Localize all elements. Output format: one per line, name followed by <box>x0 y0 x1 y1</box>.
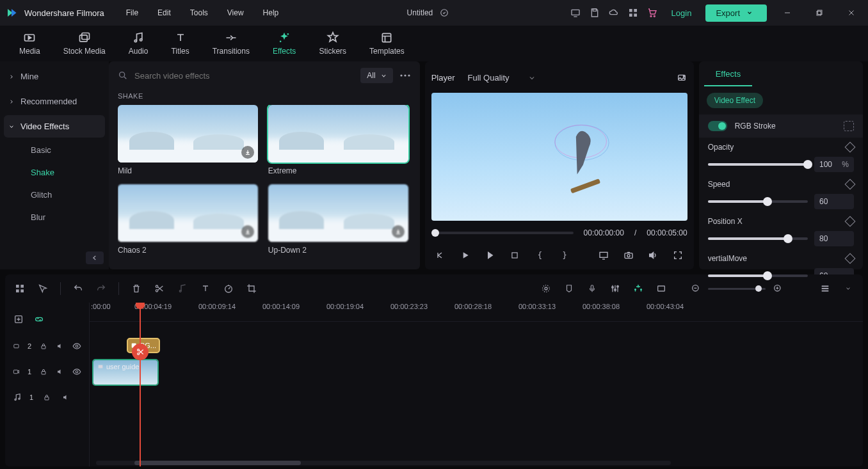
sidebar-sub-glitch[interactable]: Glitch <box>0 184 109 206</box>
color-icon[interactable] <box>540 283 552 294</box>
keyframe-icon[interactable] <box>845 216 856 227</box>
undo-button[interactable] <box>72 283 84 294</box>
props-tab-effects[interactable]: Effects <box>704 61 753 86</box>
marker-icon[interactable] <box>563 283 575 294</box>
menu-tools[interactable]: Tools <box>182 4 216 21</box>
mic-record-icon[interactable] <box>586 283 598 294</box>
playhead[interactable] <box>140 303 141 466</box>
effect-card-extreme[interactable]: Extreme <box>268 105 408 175</box>
tab-stickers[interactable]: Stickers <box>319 31 346 56</box>
volume-icon[interactable] <box>648 250 659 261</box>
text-edit-icon[interactable] <box>200 283 211 294</box>
window-close-icon[interactable] <box>840 4 863 22</box>
prop-slider[interactable] <box>708 237 808 240</box>
apps-icon[interactable] <box>628 8 638 18</box>
login-button[interactable]: Login <box>666 8 697 18</box>
mute-icon[interactable] <box>56 340 65 352</box>
tab-transitions[interactable]: Transitions <box>213 31 250 56</box>
keyframe-icon[interactable] <box>845 179 856 190</box>
aspect-icon[interactable] <box>655 283 667 294</box>
link-tracks-icon[interactable] <box>33 314 45 325</box>
visibility-icon[interactable] <box>72 340 81 352</box>
play-forward-button[interactable] <box>485 250 495 261</box>
tab-audio[interactable]: Audio <box>129 31 149 56</box>
timeline-scrollbar[interactable] <box>96 461 671 465</box>
video-preview[interactable] <box>431 93 687 221</box>
tab-titles[interactable]: Titles <box>171 31 189 56</box>
menu-view[interactable]: View <box>220 4 252 21</box>
lock-icon[interactable] <box>39 340 48 352</box>
tab-templates[interactable]: Templates <box>369 31 405 56</box>
track-audio[interactable] <box>90 387 863 408</box>
cart-icon[interactable] <box>647 8 657 18</box>
snapshot-settings-icon[interactable] <box>676 72 687 84</box>
sidebar-item-recommended[interactable]: Recommended <box>0 89 109 114</box>
delete-button[interactable] <box>131 283 142 294</box>
search-input-wrapper[interactable] <box>118 70 354 81</box>
cursor-mode-icon[interactable] <box>37 283 49 294</box>
play-button[interactable] <box>460 250 471 261</box>
mixer-icon[interactable] <box>609 283 621 294</box>
menu-edit[interactable]: Edit <box>150 4 179 21</box>
mute-icon[interactable] <box>60 392 72 403</box>
timeline-tracks[interactable]: :00:00 00:00:04:1900:00:09:1400:00:14:09… <box>90 303 863 466</box>
camera-snapshot-icon[interactable] <box>623 250 634 261</box>
track-add-icon[interactable] <box>13 314 24 325</box>
zoom-out-button[interactable] <box>690 283 702 294</box>
prev-frame-button[interactable] <box>435 250 446 261</box>
track-video[interactable]: user guide <box>90 356 863 387</box>
mark-in-button[interactable]: { <box>534 250 545 261</box>
effect-card-updown2[interactable]: Up-Down 2 <box>268 184 408 255</box>
keyframe-icon[interactable] <box>845 253 856 264</box>
mask-icon[interactable] <box>844 121 854 131</box>
audio-detach-icon[interactable] <box>177 283 188 294</box>
visibility-icon[interactable] <box>72 366 81 378</box>
prop-value[interactable]: 80 <box>814 231 854 246</box>
quality-dropdown[interactable]: Full Quality <box>468 73 535 83</box>
track-view-dropdown[interactable] <box>842 283 854 294</box>
sidebar-item-video-effects[interactable]: Video Effects <box>4 115 105 138</box>
window-minimize-icon[interactable] <box>776 4 799 22</box>
search-input[interactable] <box>134 71 354 81</box>
prop-slider[interactable] <box>708 163 808 166</box>
export-button[interactable]: Export <box>705 4 767 22</box>
save-icon[interactable] <box>590 8 600 18</box>
stop-button[interactable] <box>510 250 520 261</box>
prop-slider[interactable] <box>708 274 808 277</box>
tab-stock-media[interactable]: Stock Media <box>63 31 106 56</box>
window-maximize-icon[interactable] <box>808 4 831 22</box>
menu-help[interactable]: Help <box>255 4 287 21</box>
zoom-slider[interactable] <box>708 288 766 290</box>
display-mode-icon[interactable] <box>598 250 609 261</box>
filter-dropdown[interactable]: All <box>360 68 392 83</box>
redo-button[interactable] <box>95 283 107 294</box>
split-button[interactable] <box>154 283 165 294</box>
screen-icon[interactable] <box>570 8 581 18</box>
cloud-sync-icon[interactable] <box>439 8 449 18</box>
scrub-bar[interactable] <box>431 232 574 234</box>
mute-icon[interactable] <box>56 366 65 378</box>
tab-effects[interactable]: Effects <box>273 31 296 56</box>
tab-media[interactable]: Media <box>19 31 40 56</box>
collapse-sidebar-button[interactable] <box>86 251 104 264</box>
speed-icon[interactable] <box>223 283 234 294</box>
grid-options-icon[interactable] <box>14 283 26 294</box>
keyframe-icon[interactable] <box>845 142 856 153</box>
magnet-snap-icon[interactable] <box>632 283 644 294</box>
zoom-in-button[interactable] <box>772 283 784 294</box>
effect-enable-toggle[interactable] <box>708 121 727 131</box>
split-playhead-icon[interactable] <box>132 344 149 360</box>
prop-value[interactable]: 60 <box>814 194 854 209</box>
cloud-icon[interactable] <box>609 8 619 18</box>
effect-card-mild[interactable]: Mild <box>118 105 258 175</box>
track-view-icon[interactable] <box>819 283 831 294</box>
timeline-ruler[interactable]: :00:00 00:00:04:1900:00:09:1400:00:14:09… <box>90 303 863 322</box>
download-icon[interactable] <box>241 146 254 159</box>
sidebar-sub-shake[interactable]: Shake <box>0 161 109 184</box>
more-options-icon[interactable] <box>399 74 411 77</box>
sidebar-sub-blur[interactable]: Blur <box>0 206 109 228</box>
sidebar-item-mine[interactable]: Mine <box>0 64 109 89</box>
video-clip[interactable]: user guide <box>92 359 159 386</box>
video-effect-chip[interactable]: Video Effect <box>707 93 763 108</box>
effect-card-chaos2[interactable]: Chaos 2 <box>118 184 258 255</box>
